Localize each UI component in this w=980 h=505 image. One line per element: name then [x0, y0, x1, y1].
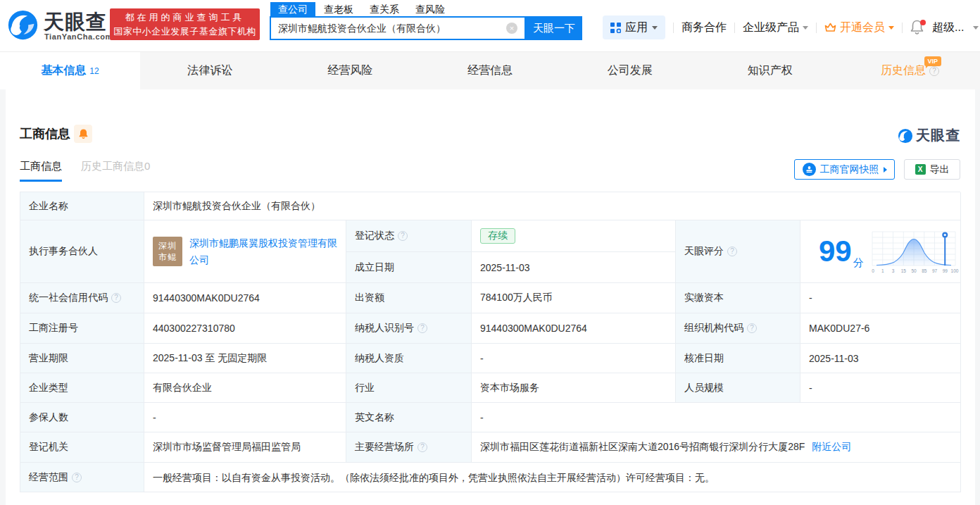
svg-text:15: 15: [900, 268, 906, 273]
field-label-taxpayer-quality: 纳税人资质: [346, 344, 472, 373]
apps-menu[interactable]: 应用: [603, 15, 665, 39]
svg-text:0: 0: [872, 268, 874, 273]
help-icon: ?: [929, 66, 939, 76]
field-value-staff-size: -: [800, 373, 961, 403]
field-value-english-name: -: [472, 403, 961, 432]
field-value-approval-date: 2025-11-03: [800, 344, 961, 373]
watermark-logo: 天眼查: [898, 126, 960, 145]
business-info-table: 企业名称 深圳市鲲航投资合伙企业（有限合伙） 执行事务合伙人 深圳市鲲 深圳市鲲…: [20, 192, 960, 492]
field-label-taxpayer-id: 纳税人识别号?: [346, 313, 472, 344]
tab-development-label: 公司发展: [608, 64, 653, 76]
tab-basic-count: 12: [89, 66, 99, 76]
svg-text:85: 85: [922, 268, 927, 273]
tab-basic-info[interactable]: 基本信息12: [0, 52, 140, 89]
search-tab-boss[interactable]: 查老板: [324, 2, 353, 17]
snapshot-label: 工商官网快照: [820, 163, 879, 176]
cooperation-link[interactable]: 商务合作: [681, 20, 727, 35]
divider: [902, 23, 903, 33]
enterprise-link[interactable]: 企业级产品: [743, 20, 808, 35]
field-value-taxpayer-quality: -: [472, 344, 676, 373]
field-label-english-name: 英文名称: [346, 403, 472, 432]
notification-dot: [920, 20, 926, 25]
svg-text:97: 97: [932, 268, 938, 273]
partner-logo[interactable]: 深圳市鲲: [153, 237, 182, 266]
search-tab-risk[interactable]: 查风险: [415, 2, 445, 17]
search-input-value: 深圳市鲲航投资合伙企业（有限合伙）: [278, 23, 446, 34]
search-button[interactable]: 天眼一下: [526, 16, 582, 40]
field-label-company-type: 企业类型: [20, 373, 144, 403]
field-value-industry: 资本市场服务: [472, 373, 676, 403]
org-code-label-text: 组织机构代码: [684, 322, 743, 335]
help-icon[interactable]: ?: [747, 323, 757, 333]
field-value-establish-date: 2025-11-03: [472, 252, 676, 283]
export-label: 导出: [930, 163, 950, 176]
field-label-paid-capital: 实缴资本: [676, 283, 800, 313]
tab-development[interactable]: 公司发展: [560, 52, 700, 89]
tab-operation-risk[interactable]: 经营风险: [280, 52, 420, 89]
tab-history-info[interactable]: 历史信息? VIP: [840, 52, 980, 89]
score-label-text: 天眼评分: [684, 245, 724, 258]
tab-intellectual-property[interactable]: 知识产权: [700, 52, 840, 89]
field-value-insured: -: [144, 403, 346, 432]
search-tab-relation[interactable]: 查关系: [370, 2, 399, 17]
partner-logo-line1: 深圳: [158, 241, 177, 251]
field-value-business-term: 2025-11-03 至 无固定期限: [144, 344, 346, 373]
chevron-down-icon: [803, 26, 808, 30]
tab-risk-label: 经营风险: [327, 64, 372, 76]
field-value-business-scope: 一般经营项目：以自有资金从事投资活动。（除依法须经批准的项目外，凭营业执照依法自…: [144, 463, 961, 492]
clear-search-icon[interactable]: ×: [506, 23, 517, 34]
field-value-company-type: 有限合伙企业: [144, 373, 346, 403]
score-value: 99: [819, 235, 852, 268]
top-header: 天眼查 TianYanCha.com 都在用的商业查询工具 国家中小企业发展子基…: [0, 0, 980, 51]
partner-company-link[interactable]: 深圳市鲲鹏展翼股权投资管理有限公司: [189, 235, 339, 268]
field-label-address: 主要经营场所?: [346, 432, 472, 463]
slogan-line2: 国家中小企业发展子基金旗下机构: [110, 25, 260, 39]
vip-badge: VIP: [924, 56, 942, 66]
subtab-business-info[interactable]: 工商信息: [20, 160, 62, 182]
tab-history-label: 历史信息: [881, 64, 926, 76]
tab-legal[interactable]: 法律诉讼: [140, 52, 280, 89]
nearby-companies-link[interactable]: 附近公司: [812, 441, 851, 454]
help-icon[interactable]: ?: [417, 323, 427, 333]
field-label-staff-size: 人员规模: [676, 373, 800, 403]
official-snapshot-button[interactable]: 工商官网快照: [794, 159, 895, 180]
super-member-link[interactable]: 超级...: [932, 20, 979, 35]
search-input[interactable]: 深圳市鲲航投资合伙企业（有限合伙） ×: [270, 16, 526, 40]
watermark-text: 天眼查: [916, 126, 960, 145]
membership-link[interactable]: 开通会员: [824, 20, 894, 35]
field-label-executive-partner: 执行事务合伙人: [20, 220, 144, 283]
search-tab-company[interactable]: 查公司: [270, 2, 315, 17]
field-label-business-term: 营业期限: [20, 344, 144, 373]
field-value-paid-capital: -: [800, 283, 961, 313]
field-label-score: 天眼评分?: [676, 220, 800, 283]
slogan-line1: 都在用的商业查询工具: [110, 10, 260, 25]
partner-logo-line2: 市鲲: [158, 252, 177, 262]
monitor-bell-badge[interactable]: [74, 125, 92, 143]
tianyancha-logo-icon[interactable]: [7, 9, 39, 41]
help-icon[interactable]: ?: [398, 231, 408, 241]
credit-code-label-text: 统一社会信用代码: [29, 292, 108, 304]
help-icon[interactable]: ?: [72, 473, 82, 482]
brand-slogan-badge: 都在用的商业查询工具 国家中小企业发展子基金旗下机构: [110, 8, 260, 40]
subtab-history-info[interactable]: 历史工商信息0: [81, 160, 150, 182]
super-member-label: 超级...: [932, 20, 964, 35]
help-icon[interactable]: ?: [111, 293, 121, 303]
help-icon[interactable]: ?: [417, 442, 427, 452]
field-label-industry: 行业: [346, 373, 472, 403]
svg-text:50: 50: [911, 268, 917, 273]
cooperation-label: 商务合作: [681, 20, 727, 35]
help-icon[interactable]: ?: [727, 247, 737, 256]
export-button[interactable]: X 导出: [904, 159, 960, 180]
field-value-reg-number: 440300227310780: [144, 313, 346, 344]
company-nav-tabs: 基本信息12 法律诉讼 经营风险 经营信息 公司发展 知识产权 历史信息? VI…: [0, 51, 980, 89]
field-value-credit-code: 91440300MAK0DU2764: [144, 283, 346, 313]
tab-ip-label: 知识产权: [748, 64, 793, 76]
tab-operation-label: 经营信息: [467, 64, 513, 76]
field-label-company-name: 企业名称: [20, 192, 144, 220]
field-label-approval-date: 核准日期: [676, 344, 800, 373]
apps-label: 应用: [625, 20, 648, 35]
notifications-bell[interactable]: [910, 20, 924, 35]
section-title: 工商信息: [20, 125, 70, 142]
tab-operation-info[interactable]: 经营信息: [420, 52, 560, 89]
field-value-score: 99 分 0131550859799100: [800, 220, 961, 283]
